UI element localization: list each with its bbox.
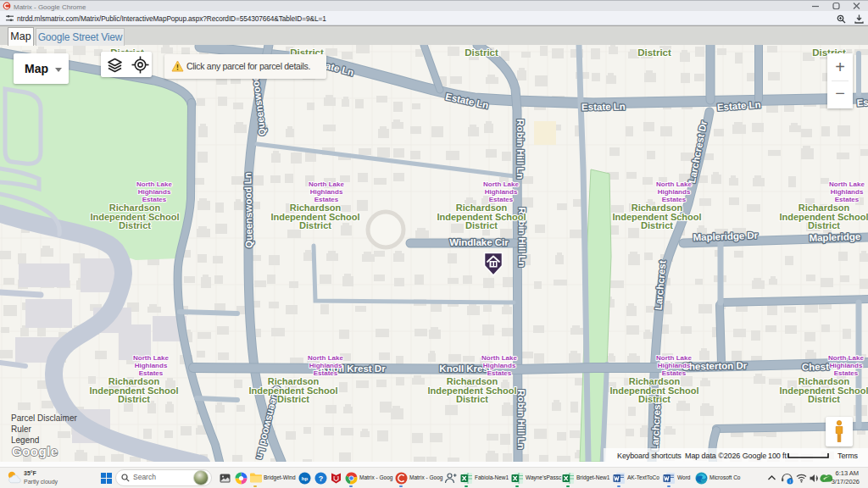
svg-text:?: ? (319, 474, 324, 483)
svg-text:Ruler: Ruler (11, 424, 32, 434)
svg-text:Terms: Terms (837, 452, 859, 460)
svg-text:Chesterton Dr: Chesterton Dr (682, 360, 747, 371)
svg-text:Mapleridge: Mapleridge (809, 231, 860, 243)
svg-text:Parcel Disclaimer: Parcel Disclaimer (11, 413, 77, 423)
svg-text:District: District (465, 47, 498, 58)
svg-text:Keyboard shortcuts: Keyboard shortcuts (617, 452, 682, 460)
svg-text:Chest: Chest (802, 362, 829, 373)
svg-text:Windlake Cir: Windlake Cir (449, 237, 509, 247)
svg-text:hp: hp (302, 476, 309, 481)
svg-text:100 ft: 100 ft (768, 452, 787, 460)
svg-text:Map data ©2026 Google: Map data ©2026 Google (685, 452, 766, 460)
svg-text:District: District (637, 47, 671, 58)
svg-text:Google: Google (12, 444, 58, 458)
svg-text:Robin Hill Ln: Robin Hill Ln (516, 390, 526, 450)
svg-text:Robin Hill Ln: Robin Hill Ln (515, 119, 526, 180)
svg-text:i: i (789, 479, 790, 484)
svg-text:Estate Ln: Estate Ln (581, 102, 626, 113)
svg-text:Es: Es (856, 97, 868, 108)
svg-text:Queenswood Ln: Queenswood Ln (242, 172, 254, 248)
